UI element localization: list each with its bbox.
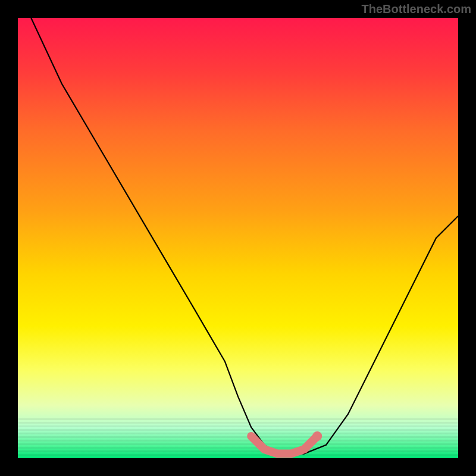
plot-area	[18, 18, 458, 458]
curve-layer	[18, 18, 458, 458]
highlight-end-dot	[312, 431, 322, 441]
bottleneck-curve	[31, 18, 458, 454]
watermark-text: TheBottleneck.com	[362, 2, 471, 16]
highlight-segment	[251, 436, 317, 454]
chart-frame: TheBottleneck.com	[0, 0, 476, 476]
